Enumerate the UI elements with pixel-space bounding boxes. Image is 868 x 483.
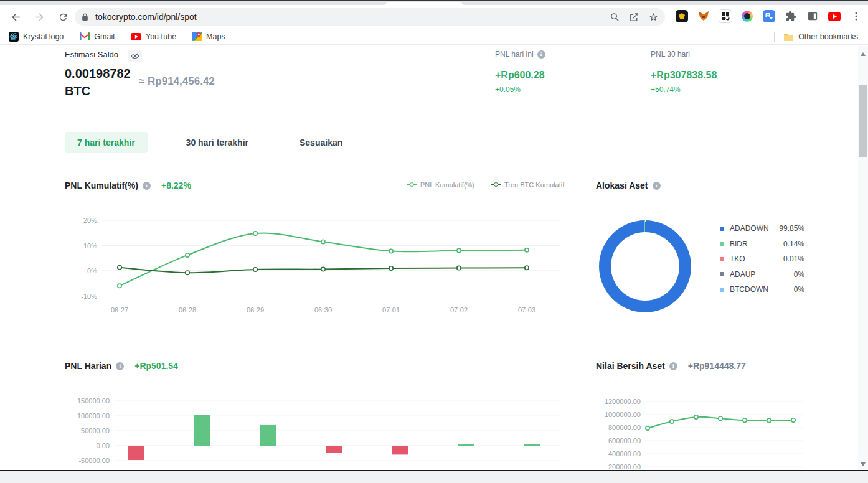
zoom-icon[interactable] [610,12,620,22]
tokocrypto-glyph [678,12,686,20]
info-icon[interactable] [537,50,545,59]
bookmark-krystal[interactable]: Krystal logo [9,32,64,42]
page-scrollbar[interactable] [858,46,868,471]
daily-pnl-chart: 150000.00100000.0050000.000.00-50000.00 [65,392,563,470]
svg-text:100000.00: 100000.00 [77,412,110,420]
scrollbar-up-arrow[interactable] [861,52,866,56]
reload-button[interactable] [54,7,72,26]
cumulative-pnl-chart: 20%10%0%-10%06-2706-2806-2906-3007-0107-… [65,210,563,317]
extensions-puzzle-icon[interactable] [783,8,799,24]
legend-label: PNL Kumulatif(%) [420,181,474,189]
browser-toolbar: tokocrypto.com/id/pnl/spot G [0,5,868,29]
svg-text:0.00: 0.00 [97,442,110,449]
cumulative-value: +8.22% [161,181,191,190]
youtube-shortcut-icon[interactable] [826,8,842,24]
qr-code-extension-icon[interactable] [717,8,734,24]
svg-text:-50000.00: -50000.00 [78,457,110,464]
bookmark-maps[interactable]: Maps [192,32,225,41]
svg-text:800000.00: 800000.00 [608,424,641,431]
daily-title: PNL Harian [65,361,111,371]
allocation-row-adaup[interactable]: ADAUP 0% [720,267,804,283]
info-icon[interactable] [669,362,677,370]
daily-title-row: PNL Harian +Rp501.54 [65,361,178,371]
asset-pct: 0.14% [783,240,804,248]
svg-text:150000.00: 150000.00 [77,397,110,405]
other-bookmarks[interactable]: Other bookmarks [774,29,858,45]
share-icon[interactable] [629,12,639,22]
btc-unit: BTC [65,82,131,100]
legend-label: Tren BTC Kumulatif [504,181,564,189]
info-icon[interactable] [653,182,661,190]
svg-text:1000000.00: 1000000.00 [605,411,641,418]
svg-text:200000.00: 200000.00 [608,463,641,470]
tokocrypto-extension-icon[interactable] [674,8,690,24]
bookmark-star-icon[interactable] [648,12,659,22]
puzzle-glyph [785,11,796,22]
url-text[interactable]: tokocrypto.com/id/pnl/spot [95,12,610,22]
lens-ring [742,11,753,22]
netasset-title: Nilai Bersih Aset [596,361,665,371]
metamask-extension-icon[interactable] [696,8,712,24]
svg-text:10%: 10% [83,242,97,250]
lens-extension-icon[interactable] [739,8,755,24]
allocation-row-adadown[interactable]: ADADOWN 99.85% [720,221,804,237]
btc-value: 0.00198782 [65,65,131,82]
allocation-title: Alokasi Aset [596,181,648,190]
balance-btc: 0.00198782 BTC [65,65,131,100]
allocation-legend: ADADOWN 99.85% BIDR 0.14% TKO 0.01% ADAU… [720,221,804,298]
bookmark-youtube[interactable]: YouTube [131,32,176,41]
reload-icon [58,12,68,22]
back-button[interactable] [6,7,25,26]
svg-text:1200000.00: 1200000.00 [605,398,641,405]
url-bar[interactable]: tokocrypto.com/id/pnl/spot [75,8,665,26]
pnl-today-block: PNL hari ini +Rp600.28 +0.05% [495,50,632,94]
hide-balance-button[interactable] [128,50,142,62]
asset-name: BIDR [730,240,783,248]
bookmark-label: Maps [206,32,225,41]
pnl-today-pct: +0.05% [495,85,632,94]
legend-pnl-kumulatif[interactable]: PNL Kumulatif(%) [407,181,474,189]
side-panel-icon[interactable] [804,8,821,24]
allocation-row-tko[interactable]: TKO 0.01% [720,251,804,267]
gmail-favicon [80,32,90,40]
allocation-row-bidr[interactable]: BIDR 0.14% [720,237,804,252]
pnl-30d-label: PNL 30 hari [651,50,690,59]
svg-text:07-01: 07-01 [382,306,400,314]
tab-7-days[interactable]: 7 hari terakhir [65,132,148,153]
asset-pct: 0% [794,285,804,294]
daily-value: +Rp501.54 [134,361,178,371]
bookmark-label: YouTube [146,32,176,41]
asset-allocation-donut [599,220,691,312]
browser-menu-button[interactable] [848,8,864,24]
pnl-30d-block: PNL 30 hari +Rp307838.58 +50.74% [651,50,788,94]
legend-swatch [720,227,724,231]
back-icon [10,11,22,23]
svg-text:07-03: 07-03 [518,306,535,314]
balance-fiat: ≈ Rp914,456.42 [139,75,215,88]
tab-30-days[interactable]: 30 hari terakhir [174,132,261,153]
svg-text:07-02: 07-02 [450,306,468,314]
scrollbar-thumb[interactable] [859,85,867,157]
info-icon[interactable] [143,182,151,190]
allocation-title-row: Alokasi Aset [596,181,661,190]
metamask-fox [697,10,710,22]
period-tabs: 7 hari terakhir 30 hari terakhir Sesuaik… [65,132,355,153]
asset-name: TKO [730,255,783,263]
translate-extension-icon[interactable]: G [761,8,777,24]
legend-tren-btc[interactable]: Tren BTC Kumulatif [491,181,564,189]
folder-icon [783,33,793,41]
scrollbar-down-arrow[interactable] [861,462,866,466]
bookmark-gmail[interactable]: Gmail [80,32,115,41]
section-divider [65,118,806,118]
cumulative-title-row: PNL Kumulatif(%) +8.22% [65,181,191,190]
other-bookmarks-label: Other bookmarks [798,32,858,41]
info-icon[interactable] [116,362,124,370]
tab-custom[interactable]: Sesuaikan [287,132,355,153]
asset-pct: 0% [794,270,804,279]
allocation-row-btcdown[interactable]: BTCDOWN 0% [720,282,804,298]
legend-swatch [720,288,724,292]
balance-label: Estimasi Saldo [65,50,118,59]
forward-button[interactable] [30,7,49,26]
qr-glyph [721,12,730,21]
asset-name: BTCDOWN [730,285,794,294]
